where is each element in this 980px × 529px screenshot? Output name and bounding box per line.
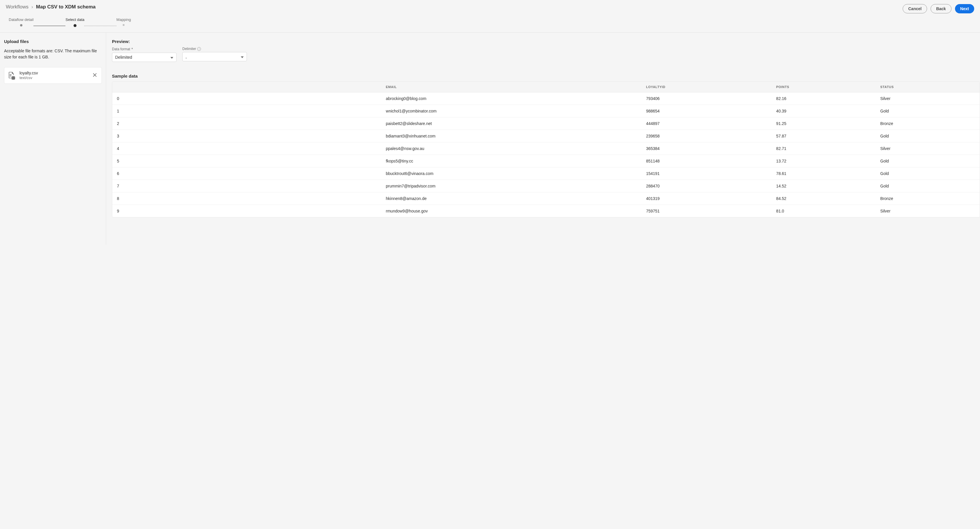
upload-description: Acceptable file formats are: CSV. The ma…	[4, 48, 102, 60]
cell-status: Silver	[876, 142, 980, 155]
cell-loyaltyid: 759751	[641, 205, 772, 217]
preview-heading: Preview:	[112, 39, 980, 44]
cell-idx: 6	[112, 167, 381, 180]
cell-loyaltyid: 154191	[641, 167, 772, 180]
sample-data-heading: Sample data	[112, 73, 980, 78]
table-row[interactable]: 9rmundow9@house.gov75975181.0Silver	[112, 205, 980, 217]
upload-sidebar: Upload files Acceptable file formats are…	[0, 33, 106, 245]
workflow-stepper: Dataflow detail Select data Mapping	[0, 13, 980, 32]
cell-points: 13.72	[772, 155, 876, 167]
next-button[interactable]: Next	[955, 4, 974, 13]
cell-email: fkops5@tiny.cc	[381, 155, 641, 167]
svg-rect-2	[10, 76, 11, 76]
cell-loyaltyid: 288470	[641, 180, 772, 192]
col-email: EMAIL	[381, 82, 641, 92]
chevron-right-icon: ›	[32, 4, 33, 10]
remove-file-button[interactable]	[92, 71, 98, 79]
table-row[interactable]: 3bdiamant3@xinhuanet.com23965857.87Gold	[112, 130, 980, 142]
preview-panel: Preview: Data format * Delimited Delimit…	[106, 33, 980, 245]
chevron-down-icon	[241, 54, 244, 59]
cell-loyaltyid: 988654	[641, 105, 772, 118]
sample-data-table: EMAIL LOYALTYID POINTS STATUS 0abrocking…	[112, 81, 980, 218]
table-header-row: EMAIL LOYALTYID POINTS STATUS	[112, 82, 980, 92]
cell-loyaltyid: 239658	[641, 130, 772, 142]
table-row[interactable]: 2paisbett2@slideshare.net44489791.25Bron…	[112, 118, 980, 130]
cell-loyaltyid: 444897	[641, 118, 772, 130]
back-button[interactable]: Back	[931, 4, 951, 13]
cell-idx: 0	[112, 92, 381, 105]
cell-idx: 2	[112, 118, 381, 130]
cell-points: 81.0	[772, 205, 876, 217]
breadcrumb-parent[interactable]: Workflows	[6, 4, 29, 10]
cell-email: rmundow9@house.gov	[381, 205, 641, 217]
cell-status: Gold	[876, 180, 980, 192]
cell-email: ppales4@nsw.gov.au	[381, 142, 641, 155]
cell-status: Silver	[876, 205, 980, 217]
svg-point-3	[11, 76, 15, 78]
table-row[interactable]: 1wnichol1@ycombinator.com98865440.39Gold	[112, 105, 980, 118]
cell-status: Gold	[876, 130, 980, 142]
file-name: loyalty.csv	[19, 70, 88, 76]
data-format-label: Data format *	[112, 47, 177, 51]
col-status: STATUS	[876, 82, 980, 92]
file-type: text/csv	[19, 76, 88, 81]
cell-email: hkinnen8@amazon.de	[381, 192, 641, 205]
cell-idx: 3	[112, 130, 381, 142]
close-icon	[93, 73, 97, 77]
cell-status: Gold	[876, 167, 980, 180]
cell-loyaltyid: 365384	[641, 142, 772, 155]
cell-idx: 8	[112, 192, 381, 205]
table-row[interactable]: 8hkinnen8@amazon.de40131984.52Bronze	[112, 192, 980, 205]
cell-points: 91.25	[772, 118, 876, 130]
cell-idx: 1	[112, 105, 381, 118]
cell-email: wnichol1@ycombinator.com	[381, 105, 641, 118]
cell-status: Bronze	[876, 192, 980, 205]
cell-points: 82.71	[772, 142, 876, 155]
col-loyaltyid: LOYALTYID	[641, 82, 772, 92]
svg-rect-0	[10, 74, 11, 75]
table-row[interactable]: 7prummin7@tripadvisor.com28847014.52Gold	[112, 180, 980, 192]
cancel-button[interactable]: Cancel	[903, 4, 927, 13]
data-format-select[interactable]: Delimited	[112, 52, 177, 62]
col-index	[112, 82, 381, 92]
step-mapping[interactable]: Mapping	[116, 17, 131, 26]
cell-email: paisbett2@slideshare.net	[381, 118, 641, 130]
delimiter-label: Delimiter i	[182, 47, 247, 51]
cell-idx: 9	[112, 205, 381, 217]
table-row[interactable]: 5fkops5@tiny.cc85114813.72Gold	[112, 155, 980, 167]
uploaded-file-card: loyalty.csv text/csv	[4, 67, 102, 84]
chevron-down-icon	[170, 55, 173, 60]
cell-status: Gold	[876, 105, 980, 118]
cell-idx: 5	[112, 155, 381, 167]
table-row[interactable]: 4ppales4@nsw.gov.au36538482.71Silver	[112, 142, 980, 155]
table-row[interactable]: 0abrocking0@blog.com79340682.16Silver	[112, 92, 980, 105]
cell-points: 40.39	[772, 105, 876, 118]
col-points: POINTS	[772, 82, 876, 92]
cell-loyaltyid: 401319	[641, 192, 772, 205]
delimiter-select[interactable]: ,	[182, 52, 247, 61]
cell-email: prummin7@tripadvisor.com	[381, 180, 641, 192]
cell-points: 57.87	[772, 130, 876, 142]
cell-points: 82.16	[772, 92, 876, 105]
cell-email: bdiamant3@xinhuanet.com	[381, 130, 641, 142]
upload-title: Upload files	[4, 39, 102, 44]
cell-email: bbucktrout6@vinaora.com	[381, 167, 641, 180]
cell-points: 14.52	[772, 180, 876, 192]
file-csv-icon	[8, 71, 16, 79]
step-dataflow-detail[interactable]: Dataflow detail	[9, 17, 33, 27]
required-icon: *	[132, 47, 133, 51]
cell-loyaltyid: 851148	[641, 155, 772, 167]
cell-points: 84.52	[772, 192, 876, 205]
breadcrumb: Workflows › Map CSV to XDM schema	[6, 4, 95, 10]
cell-points: 78.61	[772, 167, 876, 180]
cell-loyaltyid: 793406	[641, 92, 772, 105]
step-select-data[interactable]: Select data	[65, 17, 84, 27]
cell-idx: 7	[112, 180, 381, 192]
table-row[interactable]: 6bbucktrout6@vinaora.com15419178.61Gold	[112, 167, 980, 180]
cell-status: Silver	[876, 92, 980, 105]
cell-email: abrocking0@blog.com	[381, 92, 641, 105]
cell-status: Gold	[876, 155, 980, 167]
breadcrumb-current: Map CSV to XDM schema	[36, 4, 95, 10]
info-icon[interactable]: i	[197, 47, 201, 51]
cell-idx: 4	[112, 142, 381, 155]
